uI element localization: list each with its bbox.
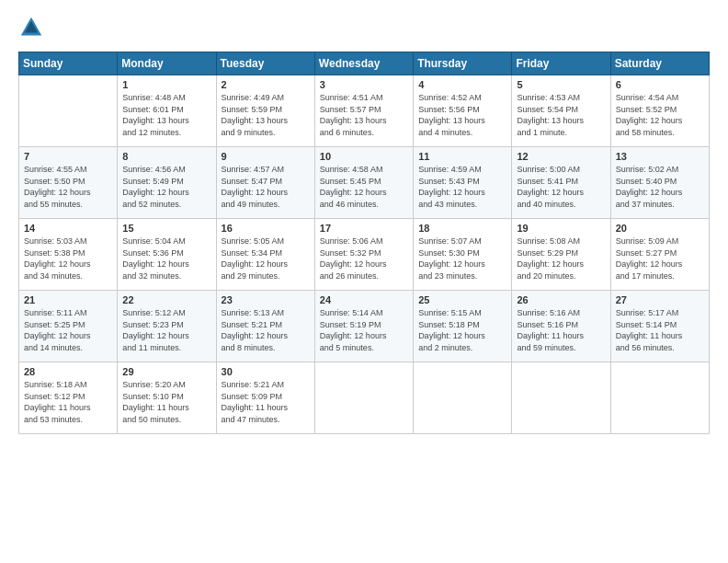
day-number: 2	[222, 79, 310, 90]
day-number: 17	[320, 223, 408, 234]
day-number: 1	[122, 79, 210, 90]
day-number: 26	[517, 294, 605, 305]
calendar-week-row: 1Sunrise: 4:48 AM Sunset: 6:01 PM Daylig…	[19, 75, 710, 147]
main-container: SundayMondayTuesdayWednesdayThursdayFrid…	[0, 0, 728, 443]
day-info: Sunrise: 4:57 AM Sunset: 5:47 PM Dayligh…	[222, 164, 310, 210]
day-number: 27	[616, 294, 704, 305]
day-info: Sunrise: 4:48 AM Sunset: 6:01 PM Dayligh…	[122, 92, 210, 138]
day-info: Sunrise: 4:51 AM Sunset: 5:57 PM Dayligh…	[320, 92, 408, 138]
day-number: 14	[24, 223, 112, 234]
day-info: Sunrise: 5:02 AM Sunset: 5:40 PM Dayligh…	[616, 164, 704, 210]
calendar-cell	[19, 75, 118, 147]
header-row	[18, 15, 710, 40]
calendar-cell: 21Sunrise: 5:11 AM Sunset: 5:25 PM Dayli…	[19, 291, 118, 362]
calendar-cell: 8Sunrise: 4:56 AM Sunset: 5:49 PM Daylig…	[118, 147, 216, 219]
day-number: 19	[517, 223, 605, 234]
calendar-cell: 10Sunrise: 4:58 AM Sunset: 5:45 PM Dayli…	[314, 147, 413, 219]
calendar-week-row: 14Sunrise: 5:03 AM Sunset: 5:38 PM Dayli…	[19, 219, 710, 291]
day-number: 4	[418, 79, 506, 90]
day-of-week-header: Sunday	[19, 52, 118, 75]
calendar-cell: 24Sunrise: 5:14 AM Sunset: 5:19 PM Dayli…	[314, 291, 413, 362]
calendar-cell	[314, 362, 413, 434]
calendar-cell: 18Sunrise: 5:07 AM Sunset: 5:30 PM Dayli…	[414, 219, 512, 291]
calendar-cell: 16Sunrise: 5:05 AM Sunset: 5:34 PM Dayli…	[216, 219, 314, 291]
day-number: 18	[418, 223, 506, 234]
calendar-cell	[610, 362, 709, 434]
calendar-cell: 27Sunrise: 5:17 AM Sunset: 5:14 PM Dayli…	[610, 291, 709, 362]
day-info: Sunrise: 4:49 AM Sunset: 5:59 PM Dayligh…	[222, 92, 310, 138]
calendar-cell: 15Sunrise: 5:04 AM Sunset: 5:36 PM Dayli…	[118, 219, 216, 291]
day-number: 30	[222, 366, 310, 377]
calendar-week-row: 28Sunrise: 5:18 AM Sunset: 5:12 PM Dayli…	[19, 362, 710, 434]
day-info: Sunrise: 5:18 AM Sunset: 5:12 PM Dayligh…	[24, 379, 112, 425]
calendar-cell: 28Sunrise: 5:18 AM Sunset: 5:12 PM Dayli…	[19, 362, 118, 434]
calendar-cell: 2Sunrise: 4:49 AM Sunset: 5:59 PM Daylig…	[216, 75, 314, 147]
calendar-cell: 7Sunrise: 4:55 AM Sunset: 5:50 PM Daylig…	[19, 147, 118, 219]
day-info: Sunrise: 4:53 AM Sunset: 5:54 PM Dayligh…	[517, 92, 605, 138]
day-info: Sunrise: 4:59 AM Sunset: 5:43 PM Dayligh…	[418, 164, 506, 210]
day-info: Sunrise: 5:20 AM Sunset: 5:10 PM Dayligh…	[122, 379, 210, 425]
day-number: 15	[122, 223, 210, 234]
day-info: Sunrise: 5:00 AM Sunset: 5:41 PM Dayligh…	[517, 164, 605, 210]
calendar-cell: 13Sunrise: 5:02 AM Sunset: 5:40 PM Dayli…	[610, 147, 709, 219]
calendar-cell: 19Sunrise: 5:08 AM Sunset: 5:29 PM Dayli…	[512, 219, 610, 291]
day-info: Sunrise: 5:06 AM Sunset: 5:32 PM Dayligh…	[320, 236, 408, 282]
day-number: 29	[122, 366, 210, 377]
day-info: Sunrise: 5:09 AM Sunset: 5:27 PM Dayligh…	[616, 236, 704, 282]
day-info: Sunrise: 5:11 AM Sunset: 5:25 PM Dayligh…	[24, 307, 112, 353]
day-info: Sunrise: 5:21 AM Sunset: 5:09 PM Dayligh…	[222, 379, 310, 425]
day-number: 10	[320, 151, 408, 162]
day-of-week-header: Saturday	[610, 52, 709, 75]
calendar-cell: 5Sunrise: 4:53 AM Sunset: 5:54 PM Daylig…	[512, 75, 610, 147]
calendar-cell: 23Sunrise: 5:13 AM Sunset: 5:21 PM Dayli…	[216, 291, 314, 362]
calendar-cell: 6Sunrise: 4:54 AM Sunset: 5:52 PM Daylig…	[610, 75, 709, 147]
calendar-cell: 26Sunrise: 5:16 AM Sunset: 5:16 PM Dayli…	[512, 291, 610, 362]
calendar-cell: 12Sunrise: 5:00 AM Sunset: 5:41 PM Dayli…	[512, 147, 610, 219]
calendar-cell: 14Sunrise: 5:03 AM Sunset: 5:38 PM Dayli…	[19, 219, 118, 291]
day-info: Sunrise: 5:08 AM Sunset: 5:29 PM Dayligh…	[517, 236, 605, 282]
day-number: 13	[616, 151, 704, 162]
day-number: 21	[24, 294, 112, 305]
day-number: 12	[517, 151, 605, 162]
calendar-cell: 25Sunrise: 5:15 AM Sunset: 5:18 PM Dayli…	[414, 291, 512, 362]
day-number: 5	[517, 79, 605, 90]
day-number: 11	[418, 151, 506, 162]
day-number: 24	[320, 294, 408, 305]
day-info: Sunrise: 4:52 AM Sunset: 5:56 PM Dayligh…	[418, 92, 506, 138]
day-number: 7	[24, 151, 112, 162]
day-number: 9	[222, 151, 310, 162]
day-info: Sunrise: 5:12 AM Sunset: 5:23 PM Dayligh…	[122, 307, 210, 353]
day-info: Sunrise: 5:04 AM Sunset: 5:36 PM Dayligh…	[122, 236, 210, 282]
day-of-week-header: Thursday	[414, 52, 512, 75]
calendar-cell: 20Sunrise: 5:09 AM Sunset: 5:27 PM Dayli…	[610, 219, 709, 291]
day-number: 22	[122, 294, 210, 305]
day-number: 28	[24, 366, 112, 377]
calendar-cell: 29Sunrise: 5:20 AM Sunset: 5:10 PM Dayli…	[118, 362, 216, 434]
calendar-cell: 11Sunrise: 4:59 AM Sunset: 5:43 PM Dayli…	[414, 147, 512, 219]
day-number: 16	[222, 223, 310, 234]
calendar-cell: 17Sunrise: 5:06 AM Sunset: 5:32 PM Dayli…	[314, 219, 413, 291]
logo	[18, 15, 48, 40]
day-of-week-header: Tuesday	[216, 52, 314, 75]
day-info: Sunrise: 5:13 AM Sunset: 5:21 PM Dayligh…	[222, 307, 310, 353]
day-info: Sunrise: 4:58 AM Sunset: 5:45 PM Dayligh…	[320, 164, 408, 210]
calendar-cell	[414, 362, 512, 434]
day-number: 6	[616, 79, 704, 90]
day-info: Sunrise: 5:07 AM Sunset: 5:30 PM Dayligh…	[418, 236, 506, 282]
calendar-cell: 22Sunrise: 5:12 AM Sunset: 5:23 PM Dayli…	[118, 291, 216, 362]
day-of-week-header: Wednesday	[314, 52, 413, 75]
day-info: Sunrise: 4:56 AM Sunset: 5:49 PM Dayligh…	[122, 164, 210, 210]
day-info: Sunrise: 5:05 AM Sunset: 5:34 PM Dayligh…	[222, 236, 310, 282]
calendar-table: SundayMondayTuesdayWednesdayThursdayFrid…	[18, 52, 710, 434]
day-number: 8	[122, 151, 210, 162]
logo-icon	[18, 15, 44, 40]
calendar-cell: 3Sunrise: 4:51 AM Sunset: 5:57 PM Daylig…	[314, 75, 413, 147]
day-info: Sunrise: 4:54 AM Sunset: 5:52 PM Dayligh…	[616, 92, 704, 138]
calendar-cell: 9Sunrise: 4:57 AM Sunset: 5:47 PM Daylig…	[216, 147, 314, 219]
day-info: Sunrise: 5:03 AM Sunset: 5:38 PM Dayligh…	[24, 236, 112, 282]
day-info: Sunrise: 5:17 AM Sunset: 5:14 PM Dayligh…	[616, 307, 704, 353]
calendar-cell: 1Sunrise: 4:48 AM Sunset: 6:01 PM Daylig…	[118, 75, 216, 147]
calendar-cell: 30Sunrise: 5:21 AM Sunset: 5:09 PM Dayli…	[216, 362, 314, 434]
day-of-week-header: Friday	[512, 52, 610, 75]
day-info: Sunrise: 5:15 AM Sunset: 5:18 PM Dayligh…	[418, 307, 506, 353]
